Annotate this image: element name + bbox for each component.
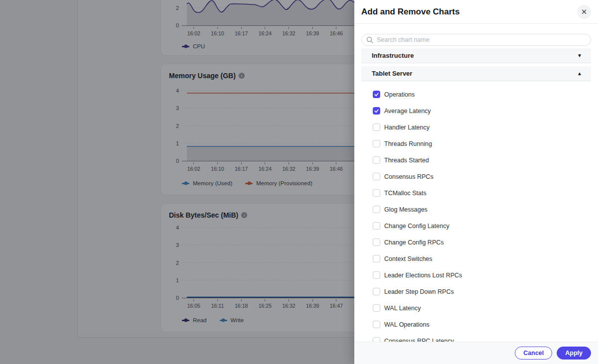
chart-checkbox-row[interactable]: Handler Latency <box>354 119 598 135</box>
cancel-button[interactable]: Cancel <box>515 347 552 360</box>
checkbox[interactable] <box>373 107 380 115</box>
search-field-wrap <box>361 34 591 46</box>
chart-checkbox-list: Operations Average Latency <box>354 86 598 349</box>
chart-checkbox-row[interactable]: WAL Latency <box>354 300 598 316</box>
checkbox-label: Consensus RPCs <box>384 173 434 180</box>
chart-checkbox-row[interactable]: Consensus RPCs <box>354 168 598 185</box>
search-input[interactable] <box>361 34 591 46</box>
add-remove-charts-modal: Add and Remove Charts ✕ Infrastructure ▼… <box>354 0 598 364</box>
checkbox-label: Change Config RPCs <box>384 239 444 246</box>
checkbox[interactable] <box>373 206 380 213</box>
apply-button[interactable]: Apply <box>557 347 591 360</box>
checkbox[interactable] <box>373 255 380 262</box>
checkmark-icon <box>374 108 379 114</box>
checkbox-label: WAL Operations <box>384 321 430 328</box>
chevron-up-icon: ▲ <box>577 71 582 76</box>
checkbox-label: Glog Messages <box>384 206 428 213</box>
section-header-tablet-server[interactable]: Tablet Server ▲ <box>361 66 591 81</box>
checkbox[interactable] <box>373 304 380 312</box>
chart-checkbox-row[interactable]: WAL Operations <box>354 316 598 333</box>
checkbox-label: Context Switches <box>384 255 433 262</box>
checkbox-label: Change Config Latency <box>384 223 449 230</box>
checkbox-label: Threads Running <box>384 140 432 147</box>
checkbox-label: WAL Latency <box>384 305 421 312</box>
chart-checkbox-row[interactable]: Change Config RPCs <box>354 234 598 250</box>
checkbox-label: TCMalloc Stats <box>384 190 427 197</box>
checkbox-label: Handler Latency <box>384 124 430 131</box>
modal-footer: Cancel Apply <box>354 342 598 364</box>
modal-header: Add and Remove Charts ✕ <box>354 0 598 24</box>
checkbox-label: Operations <box>384 91 415 98</box>
chart-checkbox-row[interactable]: Leader Elections Lost RPCs <box>354 267 598 283</box>
search-icon <box>366 36 373 43</box>
section-label: Infrastructure <box>372 52 414 59</box>
chart-category-list: Infrastructure ▼ Tablet Server ▲ Operati… <box>354 48 598 364</box>
chart-checkbox-row[interactable]: Operations <box>354 86 598 103</box>
checkbox[interactable] <box>373 239 380 246</box>
checkbox-label: Leader Elections Lost RPCs <box>384 272 462 279</box>
chart-checkbox-row[interactable]: Average Latency <box>354 103 598 119</box>
section-label: Tablet Server <box>372 70 412 77</box>
checkbox[interactable] <box>373 288 380 295</box>
checkbox-label: Leader Step Down RPCs <box>384 288 454 295</box>
chart-checkbox-row[interactable]: Leader Step Down RPCs <box>354 283 598 300</box>
checkmark-icon <box>374 92 379 97</box>
section-header-infrastructure[interactable]: Infrastructure ▼ <box>361 48 591 63</box>
checkbox[interactable] <box>373 222 380 230</box>
modal-title: Add and Remove Charts <box>361 7 459 17</box>
checkbox[interactable] <box>373 321 380 328</box>
checkbox-label: Threads Started <box>384 157 429 164</box>
checkbox[interactable] <box>373 123 380 131</box>
checkbox[interactable] <box>373 173 380 180</box>
chart-checkbox-row[interactable]: TCMalloc Stats <box>354 185 598 201</box>
chart-checkbox-row[interactable]: Glog Messages <box>354 201 598 218</box>
checkbox[interactable] <box>373 156 380 164</box>
checkbox-label: Average Latency <box>384 108 431 115</box>
chart-checkbox-row[interactable]: Threads Started <box>354 152 598 168</box>
close-button[interactable]: ✕ <box>577 5 591 19</box>
checkbox[interactable] <box>373 140 380 147</box>
chart-checkbox-row[interactable]: Threads Running <box>354 135 598 152</box>
checkbox[interactable] <box>373 189 380 197</box>
chart-checkbox-row[interactable]: Change Config Latency <box>354 218 598 234</box>
close-icon: ✕ <box>581 8 588 15</box>
chevron-down-icon: ▼ <box>577 53 582 58</box>
checkbox[interactable] <box>373 271 380 279</box>
checkbox[interactable] <box>373 91 380 98</box>
chart-checkbox-row[interactable]: Context Switches <box>354 250 598 267</box>
